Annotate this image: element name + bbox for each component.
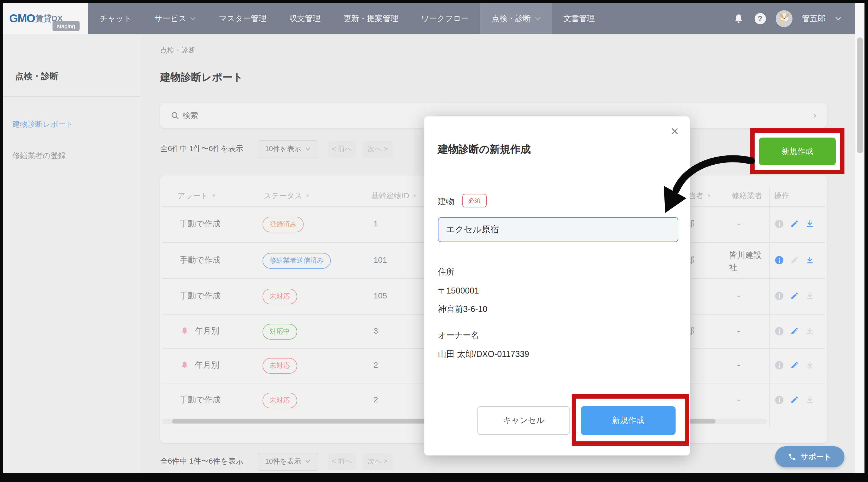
download-icon[interactable] [805, 291, 815, 301]
sidebar-item-repair-vendor-registration[interactable]: 修繕業者の登録 [12, 151, 66, 161]
info-icon[interactable] [775, 395, 784, 405]
status-badge: 未対応 [262, 358, 297, 374]
phone-icon [788, 453, 796, 461]
col-header-alert[interactable]: アラート▼ [178, 191, 216, 201]
app-logo[interactable]: GMO賃貸DX staging [3, 3, 88, 34]
status-badge: 登録済み [262, 217, 304, 232]
building-id: 3 [373, 326, 378, 335]
create-diagnosis-modal: × 建物診断の新規作成 建物 必須 エクセル原宿 住所 〒1500001 神宮前… [424, 116, 690, 455]
annotation-box-create-modal: 新規作成 [571, 394, 689, 446]
page-size-value: 10件を表示 [265, 144, 301, 154]
edit-pencil-icon[interactable] [790, 395, 800, 405]
info-icon[interactable] [775, 361, 784, 370]
download-icon[interactable] [805, 255, 815, 265]
building-id: 2 [373, 360, 378, 369]
prev-page-button[interactable]: < 前へ [328, 452, 356, 470]
info-icon[interactable] [775, 255, 784, 265]
nav-item-6[interactable]: 点検・診断 [480, 3, 552, 34]
alert-type: 手動で作成 [180, 291, 221, 301]
download-icon[interactable] [805, 361, 815, 370]
vendor-name: - [737, 291, 740, 300]
owner-label: オーナー名 [438, 330, 479, 341]
col-header-building-id[interactable]: 基幹建物ID▼ [371, 191, 417, 201]
owner-value: 山田 太郎/DXO-0117339 [438, 349, 529, 360]
next-page-button[interactable]: 次へ > [363, 140, 393, 158]
nav-item-1[interactable]: サービス [143, 3, 208, 34]
select-caret-icon [306, 460, 310, 463]
logo-gmo-text: GMO [9, 12, 35, 25]
nav-item-5[interactable]: ワークフロー [410, 3, 480, 34]
nav-item-0[interactable]: チャット [88, 3, 143, 34]
user-menu-caret-icon[interactable] [835, 17, 841, 20]
status-badge: 修繕業者送信済み [262, 253, 331, 268]
vendor-name: - [737, 326, 740, 335]
building-id: 1 [373, 219, 378, 228]
download-icon[interactable] [805, 395, 815, 405]
modal-title: 建物診断の新規作成 [438, 143, 531, 156]
col-header-status[interactable]: ステータス▼ [264, 191, 310, 201]
nav-item-2[interactable]: マスター管理 [208, 3, 278, 34]
edit-pencil-icon[interactable] [790, 219, 800, 229]
edit-pencil-icon[interactable] [790, 361, 800, 370]
search-expand-chevron-icon[interactable]: › [813, 110, 816, 121]
nav-item-3[interactable]: 収支管理 [278, 3, 332, 34]
select-caret-icon [306, 147, 310, 151]
postal-code-value: 〒1500001 [438, 285, 479, 297]
nav-menu: チャットサービスマスター管理収支管理更新・提案管理ワークフロー点検・診断文書管理 [88, 3, 606, 34]
breadcrumb: 点検・診断 [160, 46, 195, 55]
building-id: 105 [373, 291, 387, 300]
vendor-name: - [737, 395, 740, 404]
status-badge: 対応中 [262, 324, 297, 339]
edit-pencil-icon[interactable] [790, 326, 800, 336]
notification-bell-icon[interactable] [733, 12, 745, 24]
building-name-value: エクセル原宿 [446, 224, 499, 235]
pagination-summary: 全6件中 1件〜6件を表示 [160, 144, 243, 154]
vendor-name: 皆川建設社 [729, 248, 764, 273]
building-name-input[interactable]: エクセル原宿 [438, 217, 678, 242]
sidebar-title: 点検・診断 [15, 71, 59, 82]
page-vertical-scrollbar[interactable] [855, 3, 865, 473]
sidebar-item-building-diagnosis-report[interactable]: 建物診断レポート [12, 120, 73, 129]
building-id: 2 [373, 395, 378, 404]
page-size-select[interactable]: 10件を表示 [257, 140, 318, 158]
nav-item-4[interactable]: 更新・提案管理 [332, 3, 410, 34]
edit-pencil-icon[interactable] [790, 255, 800, 265]
next-page-button[interactable]: 次へ > [363, 452, 393, 470]
user-name[interactable]: 管五郎 [802, 13, 826, 24]
prev-page-button[interactable]: < 前へ [328, 140, 356, 158]
info-icon[interactable] [775, 291, 784, 301]
help-icon[interactable]: ? [754, 13, 766, 24]
building-field-label: 建物 [438, 197, 454, 207]
modal-close-icon[interactable]: × [671, 124, 679, 138]
alert-bell-icon [181, 361, 188, 370]
col-header-operations: 操作 [774, 191, 789, 201]
edit-pencil-icon[interactable] [790, 291, 800, 301]
create-new-button[interactable]: 新規作成 [759, 138, 836, 165]
support-button[interactable]: サポート [775, 446, 844, 468]
address-label: 住所 [438, 267, 454, 277]
support-label: サポート [801, 452, 832, 462]
avatar[interactable] [775, 10, 792, 27]
col-header-vendor: 修繕業者 [732, 191, 762, 201]
sidebar-divider [3, 96, 140, 97]
search-placeholder: 検索 [182, 110, 198, 121]
status-badge: 未対応 [262, 392, 297, 408]
search-icon [171, 111, 179, 119]
alert-type: 手動で作成 [180, 255, 221, 265]
info-icon[interactable] [775, 219, 784, 229]
modal-create-button[interactable]: 新規作成 [581, 406, 676, 435]
vendor-name: - [737, 219, 740, 228]
nav-item-7[interactable]: 文書管理 [552, 3, 606, 34]
alert-type: 年月別 [195, 360, 219, 370]
required-badge: 必須 [462, 194, 487, 207]
cancel-button[interactable]: キャンセル [477, 406, 570, 435]
page-title: 建物診断レポート [160, 70, 243, 85]
street-value: 神宮前3-6-10 [438, 304, 488, 315]
download-icon[interactable] [805, 326, 815, 336]
sidebar: 点検・診断 建物診断レポート 修繕業者の登録 [3, 34, 140, 473]
info-icon[interactable] [775, 326, 784, 336]
download-icon[interactable] [805, 219, 815, 229]
page-size-select[interactable]: 10件を表示 [257, 452, 318, 470]
screenshot-frame: GMO賃貸DX staging チャットサービスマスター管理収支管理更新・提案管… [0, 0, 868, 482]
page-size-value: 10件を表示 [265, 456, 301, 466]
